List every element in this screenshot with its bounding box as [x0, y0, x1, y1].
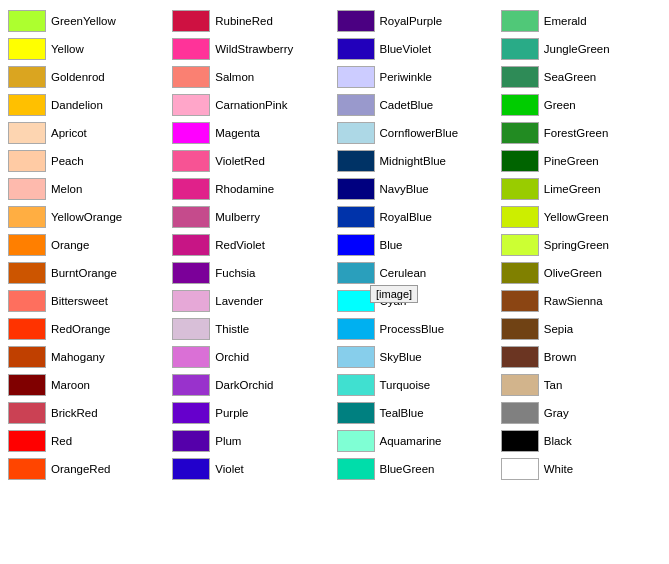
color-label: Brown	[544, 351, 577, 363]
color-swatch[interactable]	[501, 150, 539, 172]
color-swatch[interactable]	[337, 346, 375, 368]
color-swatch[interactable]	[501, 66, 539, 88]
color-label: Green	[544, 99, 576, 111]
color-swatch[interactable]	[8, 122, 46, 144]
color-swatch[interactable]	[337, 206, 375, 228]
list-item: Rhodamine	[172, 176, 332, 202]
list-item: Magenta	[172, 120, 332, 146]
color-swatch[interactable]	[8, 234, 46, 256]
list-item: Aquamarine	[337, 428, 497, 454]
color-swatch[interactable]	[172, 234, 210, 256]
color-swatch[interactable]	[8, 290, 46, 312]
color-swatch[interactable]	[337, 66, 375, 88]
color-swatch[interactable]	[172, 94, 210, 116]
color-swatch[interactable]	[501, 262, 539, 284]
color-label: RoyalBlue	[380, 211, 432, 223]
color-swatch[interactable]	[337, 458, 375, 480]
color-swatch[interactable]	[501, 94, 539, 116]
color-swatch[interactable]	[172, 66, 210, 88]
color-label: CarnationPink	[215, 99, 287, 111]
list-item: RubineRed	[172, 8, 332, 34]
color-swatch[interactable]	[501, 430, 539, 452]
color-swatch[interactable]	[337, 10, 375, 32]
color-swatch[interactable]	[172, 346, 210, 368]
color-label: Mahogany	[51, 351, 105, 363]
list-item: Turquoise	[337, 372, 497, 398]
color-swatch[interactable]	[501, 374, 539, 396]
list-item: Orchid	[172, 344, 332, 370]
color-swatch[interactable]	[172, 374, 210, 396]
color-swatch[interactable]	[337, 38, 375, 60]
color-swatch[interactable]	[337, 262, 375, 284]
color-swatch[interactable]	[501, 318, 539, 340]
color-swatch[interactable]	[337, 122, 375, 144]
color-label: NavyBlue	[380, 183, 429, 195]
color-swatch[interactable]	[8, 206, 46, 228]
color-swatch[interactable]	[172, 178, 210, 200]
color-swatch[interactable]	[501, 402, 539, 424]
color-swatch[interactable]	[172, 318, 210, 340]
color-swatch[interactable]	[501, 290, 539, 312]
color-label: Maroon	[51, 379, 90, 391]
list-item: RedViolet	[172, 232, 332, 258]
color-swatch[interactable]	[8, 38, 46, 60]
color-label: Plum	[215, 435, 241, 447]
color-label: LimeGreen	[544, 183, 601, 195]
color-label: MidnightBlue	[380, 155, 446, 167]
color-swatch[interactable]	[8, 402, 46, 424]
color-swatch[interactable]	[172, 206, 210, 228]
color-swatch[interactable]	[501, 458, 539, 480]
color-swatch[interactable]	[8, 262, 46, 284]
list-item: Black	[501, 428, 661, 454]
color-swatch[interactable]	[172, 458, 210, 480]
color-swatch[interactable]	[8, 150, 46, 172]
color-swatch[interactable]	[172, 38, 210, 60]
color-swatch[interactable]	[337, 234, 375, 256]
color-swatch[interactable]	[8, 430, 46, 452]
color-label: DarkOrchid	[215, 379, 273, 391]
color-swatch[interactable]	[501, 234, 539, 256]
color-swatch[interactable]	[172, 430, 210, 452]
color-swatch[interactable]	[337, 374, 375, 396]
color-swatch[interactable]	[172, 402, 210, 424]
color-swatch[interactable]	[8, 346, 46, 368]
color-swatch[interactable]	[501, 122, 539, 144]
list-item: BurntOrange	[8, 260, 168, 286]
color-swatch[interactable]	[172, 122, 210, 144]
color-swatch[interactable]	[337, 94, 375, 116]
color-swatch[interactable]	[501, 178, 539, 200]
color-label: Fuchsia	[215, 267, 255, 279]
list-item: Apricot	[8, 120, 168, 146]
color-swatch[interactable]	[337, 402, 375, 424]
color-label: Sepia	[544, 323, 573, 335]
color-swatch[interactable]	[8, 318, 46, 340]
color-swatch[interactable]	[337, 150, 375, 172]
list-item: BrickRed	[8, 400, 168, 426]
color-label: Yellow	[51, 43, 84, 55]
color-swatch[interactable]	[501, 206, 539, 228]
color-label: Aquamarine	[380, 435, 442, 447]
color-swatch[interactable]	[501, 346, 539, 368]
list-item: YellowOrange	[8, 204, 168, 230]
color-swatch[interactable]	[8, 10, 46, 32]
color-swatch[interactable]	[337, 430, 375, 452]
color-swatch[interactable]	[8, 94, 46, 116]
color-swatch[interactable]	[172, 290, 210, 312]
list-item: RedOrange	[8, 316, 168, 342]
color-swatch[interactable]	[8, 458, 46, 480]
color-swatch[interactable]	[8, 66, 46, 88]
color-swatch[interactable]	[8, 374, 46, 396]
list-item: Sepia	[501, 316, 661, 342]
color-swatch[interactable]	[172, 262, 210, 284]
color-swatch[interactable]	[337, 318, 375, 340]
color-swatch[interactable]	[337, 290, 375, 312]
color-swatch[interactable]	[172, 10, 210, 32]
color-swatch[interactable]	[172, 150, 210, 172]
color-swatch[interactable]	[337, 178, 375, 200]
color-label: Periwinkle	[380, 71, 432, 83]
color-swatch[interactable]	[501, 38, 539, 60]
color-swatch[interactable]	[501, 10, 539, 32]
color-swatch[interactable]	[8, 178, 46, 200]
list-item: Orange	[8, 232, 168, 258]
color-label: Magenta	[215, 127, 260, 139]
